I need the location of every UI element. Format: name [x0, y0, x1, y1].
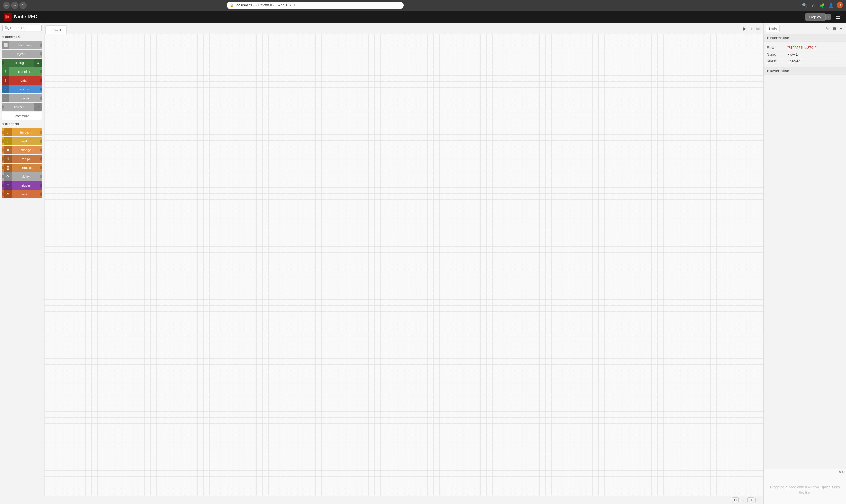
category-function[interactable]: ▾ function — [0, 121, 44, 128]
nodes-list: ▾ common ⬜ lower case inject debug ≡ ! c… — [0, 33, 44, 504]
main-layout: 🔍 filter nodes ▾ common ⬜ lower case inj… — [0, 23, 846, 504]
info-icon: ℹ — [769, 26, 770, 31]
browser-actions: 🔍 ☆ 🧩 👤 U — [801, 2, 843, 9]
node-label-debug: debug — [4, 61, 35, 65]
category-arrow-common: ▾ — [2, 35, 4, 39]
node-icon-trigger: ⌶ — [4, 181, 12, 190]
deploy-dropdown-button[interactable]: ▾ — [825, 14, 831, 20]
status-value: Enabled — [787, 59, 800, 64]
node-port-right-exec — [40, 193, 42, 196]
description-section-header[interactable]: ▾ Description — [764, 67, 846, 75]
node-port-right-change — [40, 148, 42, 152]
description-collapse-icon: ▾ — [767, 69, 769, 73]
filter-input-wrapper[interactable]: 🔍 filter nodes — [2, 25, 41, 31]
node-label-function: function — [12, 130, 40, 134]
node-exec[interactable]: ⚙ exec — [2, 190, 42, 198]
node-label-status: status — [10, 88, 40, 91]
node-icon-exec: ⚙ — [4, 190, 12, 198]
node-port-right-switch — [40, 139, 42, 143]
search-button[interactable]: 🔍 — [801, 2, 808, 9]
flow-menu-button[interactable]: ☰ — [755, 26, 761, 32]
node-comment[interactable]: comment — [2, 112, 42, 120]
panel-dropdown-button[interactable]: ▾ — [839, 26, 844, 32]
bottom-panel-header: ↻ ✕ — [764, 469, 846, 475]
node-port-left-link-out — [2, 105, 4, 109]
information-section-header[interactable]: ▾ Information — [764, 34, 846, 42]
description-section-label: Description — [770, 69, 789, 73]
node-status[interactable]: ~ status — [2, 85, 42, 93]
zoom-out-button[interactable]: − — [740, 498, 746, 503]
bookmark-button[interactable]: ☆ — [810, 2, 817, 9]
node-range[interactable]: ℹ range — [2, 155, 42, 163]
node-port-right-delay — [40, 175, 42, 178]
right-panel-actions: ✎ 🗑 ▾ — [824, 26, 844, 32]
hamburger-menu-button[interactable]: ☰ — [833, 12, 843, 21]
node-icon-status: ~ — [2, 85, 10, 93]
node-inject[interactable]: inject — [2, 50, 42, 58]
node-icon-complete: ! — [2, 68, 10, 76]
name-value: Flow 1 — [787, 52, 798, 57]
reset-zoom-button[interactable]: ⊙ — [747, 497, 754, 503]
category-common[interactable]: ▾ common — [0, 33, 44, 40]
node-label-link-in: link in — [10, 96, 40, 100]
close-hint-button[interactable]: ✕ — [842, 470, 845, 474]
node-port-left-change — [2, 148, 4, 152]
node-complete[interactable]: ! complete — [2, 68, 42, 76]
address-bar[interactable]: 🔒 localhost:1880/#flow/8125524b.a8701 — [227, 2, 403, 9]
node-port-right-inject — [40, 52, 42, 56]
node-port-right-trigger — [40, 184, 42, 187]
canvas-area: Flow 1 ▶ + ☰ ⊡ − ⊙ + — [44, 23, 763, 504]
edit-panel-button[interactable]: ✎ — [824, 26, 830, 32]
filter-area: 🔍 filter nodes — [0, 23, 44, 33]
filter-placeholder: filter nodes — [10, 26, 28, 30]
category-arrow-function: ▾ — [2, 123, 4, 126]
node-function[interactable]: ƒ function — [2, 128, 42, 137]
category-label-function: function — [5, 122, 19, 126]
topbar: Node-RED Deploy ▾ ☰ — [0, 11, 846, 23]
delete-panel-button[interactable]: 🗑 — [831, 26, 838, 32]
node-link-out[interactable]: link out → — [2, 103, 42, 111]
logo-area: Node-RED — [3, 13, 37, 21]
info-table: Flow "8125524b.a8701" Name Flow 1 Status… — [764, 42, 846, 67]
status-label: Status — [767, 59, 787, 64]
flow-canvas[interactable] — [44, 34, 763, 496]
deploy-btn-group: Deploy ▾ — [805, 13, 831, 21]
node-port-left-switch — [2, 139, 4, 143]
node-change[interactable]: ✕ change — [2, 146, 42, 154]
forward-button[interactable]: → — [11, 2, 18, 9]
deploy-button[interactable]: Deploy — [805, 13, 825, 21]
right-panel-content: ▾ Information Flow "8125524b.a8701" Name… — [764, 34, 846, 469]
tab-flow1[interactable]: Flow 1 — [46, 25, 67, 34]
lock-icon: 🔒 — [230, 3, 234, 7]
node-delay[interactable]: ⟳ delay — [2, 173, 42, 181]
node-port-right-template — [40, 166, 42, 169]
node-label-trigger: trigger — [12, 184, 40, 187]
node-port-left-delay — [2, 175, 4, 178]
right-panel-tabs: ℹ info — [766, 25, 824, 32]
node-debug[interactable]: debug ≡ — [2, 59, 42, 67]
tab-info[interactable]: ℹ info — [766, 25, 780, 32]
node-trigger[interactable]: ⌶ trigger — [2, 181, 42, 190]
node-icon-debug: ≡ — [35, 59, 42, 67]
node-link-in[interactable]: → link in — [2, 94, 42, 102]
node-port-right-complete — [40, 70, 42, 73]
extensions-button[interactable]: 🧩 — [819, 2, 826, 9]
node-catch[interactable]: ! catch — [2, 76, 42, 85]
node-port-left-range — [2, 157, 4, 161]
tabs-actions: ▶ + ☰ — [742, 23, 763, 34]
fit-view-button[interactable]: ⊡ — [732, 497, 739, 503]
refresh-hint-button[interactable]: ↻ — [838, 470, 841, 474]
zoom-in-button[interactable]: + — [755, 498, 761, 503]
node-icon-delay: ⟳ — [4, 173, 12, 181]
add-tab-button[interactable]: + — [749, 26, 754, 32]
node-port-left-debug — [2, 61, 4, 65]
node-template[interactable]: {} template — [2, 164, 42, 172]
node-port-right-catch — [40, 79, 42, 82]
node-switch[interactable]: ⇄ switch — [2, 137, 42, 145]
back-button[interactable]: ← — [3, 2, 10, 9]
node-lower-case[interactable]: ⬜ lower case — [2, 41, 42, 49]
refresh-button[interactable]: ↻ — [19, 2, 26, 9]
run-flow-button[interactable]: ▶ — [742, 26, 748, 32]
profile-button[interactable]: 👤 — [828, 2, 835, 9]
node-icon-change: ✕ — [4, 146, 12, 154]
